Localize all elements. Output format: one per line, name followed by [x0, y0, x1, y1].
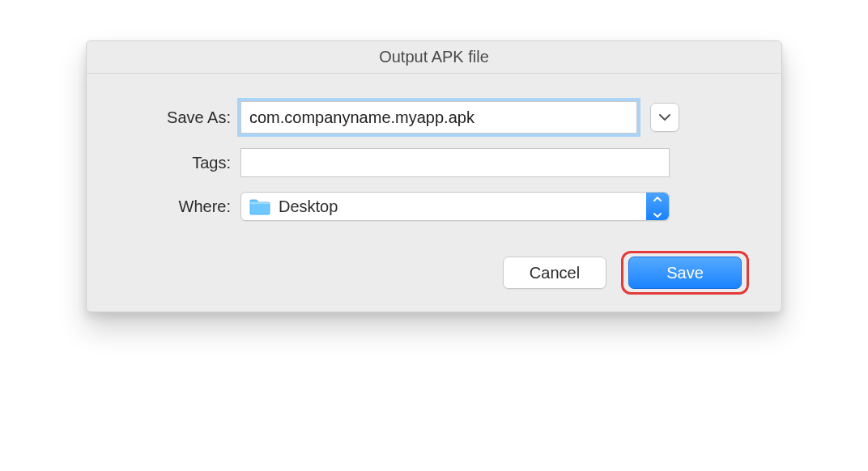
- save-button-highlight: Save: [621, 251, 749, 295]
- where-value: Desktop: [279, 197, 338, 216]
- saveas-wrap: [240, 101, 679, 134]
- chevron-down-icon: [653, 206, 662, 221]
- tags-row: Tags:: [119, 148, 749, 177]
- chevron-up-icon: [653, 192, 662, 206]
- expand-button[interactable]: [650, 103, 679, 132]
- tags-label: Tags:: [119, 154, 240, 172]
- saveas-label: Save As:: [119, 108, 240, 127]
- where-select[interactable]: Desktop: [240, 192, 670, 221]
- dialog-content: Save As: Tags: Where:: [87, 74, 781, 312]
- dialog-titlebar: Output APK file: [87, 41, 781, 74]
- save-dialog: Output APK file Save As: Tags: Where:: [86, 40, 782, 312]
- tags-input[interactable]: [240, 148, 670, 177]
- chevron-down-icon: [659, 110, 670, 125]
- where-label: Where:: [119, 197, 240, 216]
- saveas-input[interactable]: [240, 101, 637, 134]
- folder-icon: [249, 197, 270, 215]
- button-row: Cancel Save: [119, 257, 749, 289]
- where-stepper[interactable]: [646, 193, 669, 220]
- svg-rect-0: [250, 203, 270, 204]
- cancel-button[interactable]: Cancel: [503, 257, 606, 289]
- saveas-row: Save As:: [119, 101, 749, 134]
- dialog-title: Output APK file: [379, 48, 489, 66]
- save-button[interactable]: Save: [628, 257, 742, 289]
- where-row: Where: Desktop: [119, 192, 749, 221]
